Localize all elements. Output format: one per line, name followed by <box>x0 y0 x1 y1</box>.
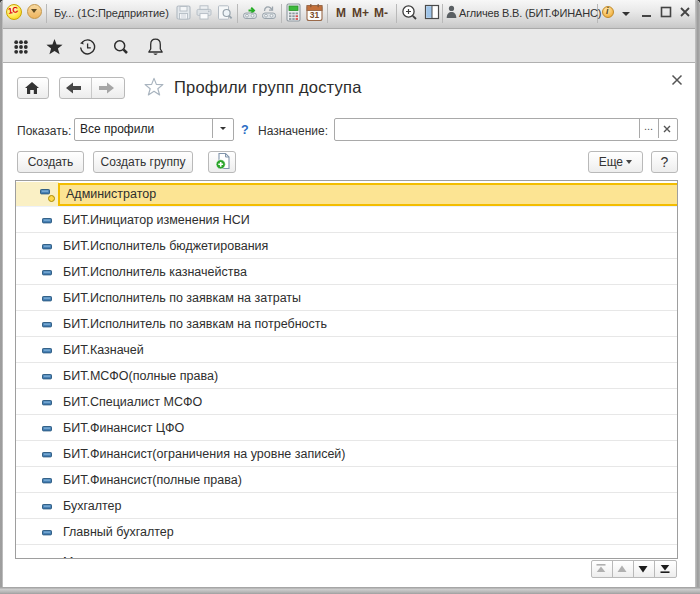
svg-text:31: 31 <box>310 10 320 20</box>
